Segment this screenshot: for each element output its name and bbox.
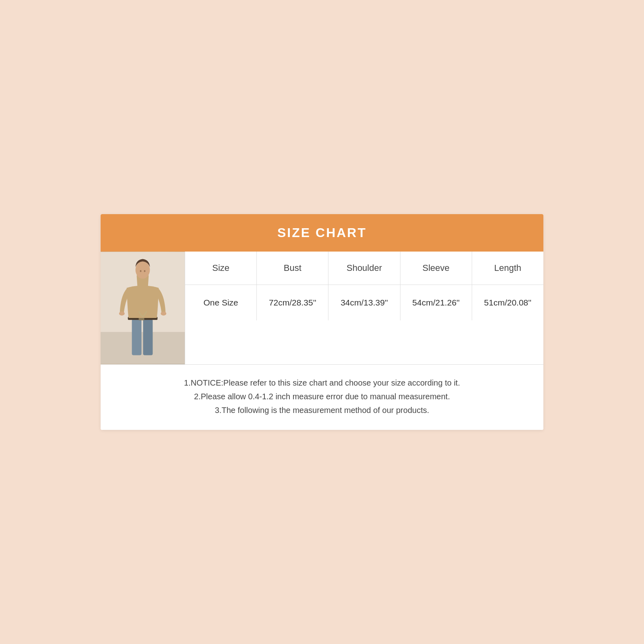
size-chart-title: SIZE CHART (277, 225, 367, 240)
cell-size: One Size (185, 285, 257, 320)
col-header-size: Size (185, 252, 257, 285)
table-data-row: One Size 72cm/28.35'' 34cm/13.39'' 54cm/… (185, 285, 543, 320)
col-header-length: Length (472, 252, 543, 285)
cell-length: 51cm/20.08'' (472, 285, 543, 320)
col-header-sleeve: Sleeve (400, 252, 472, 285)
product-image-cell (101, 252, 185, 364)
notice-3: 3.The following is the measurement metho… (117, 403, 527, 417)
svg-point-6 (136, 261, 150, 279)
size-chart-header: SIZE CHART (101, 214, 543, 252)
table-section: Size Bust Shoulder Sleeve Length One Siz… (101, 252, 543, 365)
svg-rect-2 (132, 319, 142, 355)
svg-rect-3 (143, 319, 153, 355)
cell-shoulder: 34cm/13.39'' (328, 285, 400, 320)
size-chart-card: SIZE CHART (101, 214, 543, 430)
svg-point-7 (119, 312, 125, 316)
table-header-row: Size Bust Shoulder Sleeve Length (185, 252, 543, 285)
notice-1: 1.NOTICE:Please refer to this size chart… (117, 376, 527, 390)
svg-rect-1 (101, 332, 185, 364)
svg-point-8 (161, 312, 166, 316)
col-header-shoulder: Shoulder (328, 252, 400, 285)
col-header-bust: Bust (257, 252, 328, 285)
svg-point-9 (140, 270, 142, 272)
svg-point-10 (144, 270, 145, 272)
page-wrapper: SIZE CHART (0, 0, 644, 644)
cell-sleeve: 54cm/21.26'' (400, 285, 472, 320)
notice-2: 2.Please allow 0.4-1.2 inch measure erro… (117, 390, 527, 403)
data-table: Size Bust Shoulder Sleeve Length One Siz… (185, 252, 543, 364)
notices-section: 1.NOTICE:Please refer to this size chart… (101, 365, 543, 430)
product-image (101, 252, 185, 364)
cell-bust: 72cm/28.35'' (257, 285, 328, 320)
